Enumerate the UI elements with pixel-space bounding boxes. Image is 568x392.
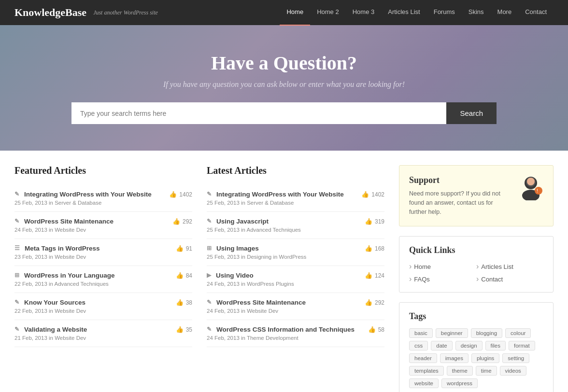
table-row: ⊞Using Images 25 Feb, 2013 in Designing … — [207, 239, 384, 266]
category-link[interactable]: Website Dev — [55, 227, 86, 233]
article-title: ✎Know Your Sources — [14, 299, 171, 306]
thumbs-up-icon: 👍 — [172, 218, 180, 225]
article-info: ✎Integrating WordPress with Your Website… — [14, 191, 164, 206]
category-link[interactable]: Website Dev — [55, 308, 86, 314]
latest-title: Latest Articles — [207, 165, 384, 176]
vote-count: 1402 — [371, 191, 384, 198]
quicklinks-title: Quick Links — [409, 245, 543, 255]
tag-design[interactable]: design — [455, 341, 483, 350]
category-link[interactable]: WordPress Plugins — [247, 281, 294, 287]
featured-title: Featured Articles — [14, 165, 192, 176]
tag-header[interactable]: header — [409, 353, 437, 363]
tag-images[interactable]: images — [440, 353, 469, 363]
tag-beginner[interactable]: beginner — [436, 328, 468, 338]
tag-theme[interactable]: theme — [447, 366, 473, 376]
article-votes: 👍 1402 — [361, 191, 384, 198]
category-link[interactable]: Website Dev — [55, 335, 86, 341]
table-row: ✎WordPress Site Maintenance 24 Feb, 2013… — [207, 293, 384, 320]
category-link[interactable]: Website Dev — [247, 308, 278, 314]
tag-videos[interactable]: videos — [500, 366, 526, 376]
article-meta: 22 Feb, 2013 in Advanced Techniques — [14, 281, 171, 287]
article-link[interactable]: WordPress CSS Information and Techniques — [216, 326, 355, 333]
thumbs-up-icon: 👍 — [176, 245, 184, 252]
tag-colour[interactable]: colour — [505, 328, 531, 338]
category-link[interactable]: Advanced Techniques — [54, 281, 108, 287]
vote-count: 1402 — [179, 191, 192, 198]
navbar: KnowledgeBase Just another WordPress sit… — [0, 0, 568, 25]
article-link[interactable]: Using Javascript — [216, 218, 269, 225]
category-link[interactable]: Advanced Techniques — [246, 227, 300, 233]
article-votes: 👍 84 — [176, 272, 192, 279]
article-link[interactable]: Integrating WordPress with Your Website — [24, 191, 152, 198]
article-link[interactable]: Integrating WordPress with Your Website — [216, 191, 344, 198]
nav-link-skins[interactable]: Skins — [462, 0, 491, 25]
category-link[interactable]: Designing in WordPress — [247, 254, 306, 260]
tag-css[interactable]: css — [409, 341, 428, 350]
article-title: ⊞Using Images — [207, 245, 360, 252]
article-votes: 👍 91 — [176, 245, 192, 252]
search-bar: Search — [71, 102, 497, 124]
article-link[interactable]: Using Images — [216, 245, 259, 252]
article-link[interactable]: WordPress Site Maintenance — [24, 218, 114, 225]
article-link[interactable]: Meta Tags in WordPress — [25, 245, 100, 252]
article-link[interactable]: Using Video — [216, 272, 254, 279]
tag-basic[interactable]: basic — [409, 328, 433, 338]
tag-format[interactable]: format — [509, 341, 535, 350]
table-row: ✎Integrating WordPress with Your Website… — [207, 185, 384, 212]
category-link[interactable]: Server & Database — [247, 200, 294, 206]
nav-link-home-2[interactable]: Home 2 — [310, 0, 346, 25]
article-title: ✎Validating a Website — [14, 326, 171, 333]
article-title: ▶Using Video — [207, 272, 360, 279]
article-link[interactable]: Know Your Sources — [24, 299, 85, 306]
thumbs-up-icon: 👍 — [176, 299, 184, 306]
vote-count: 124 — [375, 272, 384, 279]
tag-blogging[interactable]: blogging — [471, 328, 502, 338]
tag-plugins[interactable]: plugins — [471, 353, 499, 363]
category-link[interactable]: Server & Database — [55, 200, 101, 206]
tag-files[interactable]: files — [485, 341, 506, 350]
thumbs-up-icon: 👍 — [365, 218, 372, 225]
support-avatar: ! — [518, 175, 543, 200]
quicklink-home[interactable]: Home — [409, 262, 476, 271]
article-link[interactable]: WordPress Site Maintenance — [216, 299, 306, 306]
sidebar: Support Need more support? If you did no… — [399, 165, 554, 392]
category-link[interactable]: Website Dev — [55, 254, 86, 260]
tag-wordpress[interactable]: wordpress — [441, 378, 478, 388]
tag-setting[interactable]: setting — [502, 353, 529, 363]
search-input[interactable] — [71, 102, 446, 124]
nav-link-home[interactable]: Home — [280, 0, 310, 26]
article-title: ✎Integrating WordPress with Your Website — [14, 191, 164, 198]
hero-subtitle: If you have any question you can ask bel… — [163, 80, 405, 89]
article-link[interactable]: WordPress in Your Language — [24, 272, 115, 279]
article-link[interactable]: Validating a Website — [24, 326, 87, 333]
svg-point-3 — [527, 178, 535, 185]
svg-text:!: ! — [537, 188, 538, 194]
article-meta: 25 Feb, 2013 in Designing in WordPress — [207, 254, 360, 260]
nav-link-forums[interactable]: Forums — [427, 0, 462, 25]
tag-website[interactable]: website — [409, 378, 439, 388]
nav-link-contact[interactable]: Contact — [518, 0, 554, 25]
table-row: ☰Meta Tags in WordPress 23 Feb, 2013 in … — [14, 239, 192, 266]
article-meta: 25 Feb, 2013 in Advanced Techniques — [207, 227, 360, 233]
article-info: ⊞Using Images 25 Feb, 2013 in Designing … — [207, 245, 360, 260]
tags-title: Tags — [409, 311, 543, 322]
site-brand[interactable]: KnowledgeBase — [14, 6, 86, 19]
table-row: ⊞WordPress in Your Language 22 Feb, 2013… — [14, 266, 192, 293]
table-row: ✎Using Javascript 25 Feb, 2013 in Advanc… — [207, 212, 384, 239]
quicklink-articles-list[interactable]: Articles List — [476, 262, 543, 271]
nav-link-articles-list[interactable]: Articles List — [381, 0, 426, 25]
support-text: Support Need more support? If you did no… — [409, 175, 511, 216]
article-meta: 23 Feb, 2013 in Website Dev — [14, 254, 171, 260]
tag-time[interactable]: time — [476, 366, 497, 376]
latest-articles-column: Latest Articles ✎Integrating WordPress w… — [207, 165, 384, 392]
quicklink-contact[interactable]: Contact — [476, 275, 543, 283]
nav-link-home-3[interactable]: Home 3 — [346, 0, 382, 25]
tag-templates[interactable]: templates — [409, 366, 444, 376]
article-meta: 25 Feb, 2013 in Server & Database — [207, 200, 356, 206]
quicklink-faqs[interactable]: FAQs — [409, 275, 476, 283]
category-link[interactable]: Theme Development — [247, 335, 298, 341]
nav-link-more[interactable]: More — [491, 0, 519, 25]
search-button[interactable]: Search — [446, 102, 497, 124]
table-row: ✎Know Your Sources 22 Feb, 2013 in Websi… — [14, 293, 192, 320]
tag-date[interactable]: date — [431, 341, 452, 350]
